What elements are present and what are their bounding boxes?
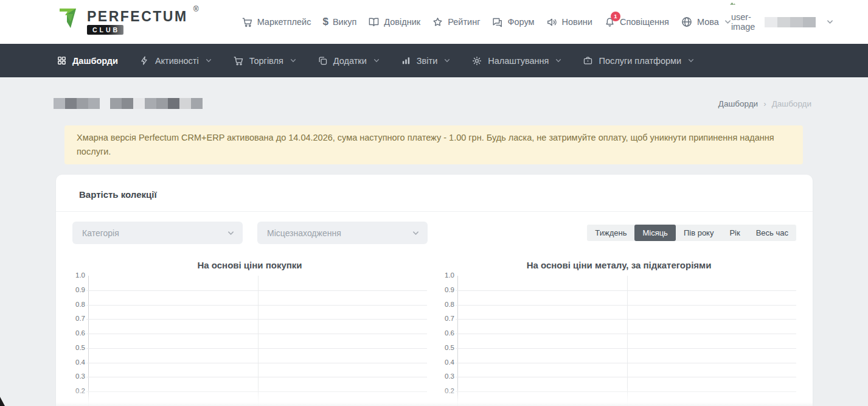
- nav-forum[interactable]: Форум: [491, 16, 534, 28]
- redacted-block-group: [54, 98, 100, 109]
- top-header: PERFECTUM ® CLUB Маркетплейс $ Викуп: [0, 0, 868, 44]
- user-menu[interactable]: user-image: [731, 12, 833, 32]
- gridline-horizontal: [456, 363, 796, 363]
- cursor-artifact: [0, 397, 5, 406]
- chevron-down-icon: [724, 19, 731, 24]
- nav-directory[interactable]: Довідник: [368, 16, 420, 28]
- logo-mark-icon: [58, 8, 81, 36]
- chevron-down-icon: [206, 58, 212, 63]
- logo-brand-text: PERFECTUM: [87, 9, 188, 24]
- y-tick-label: 0.8: [75, 301, 85, 309]
- plot-area: [457, 276, 796, 406]
- gridline-horizontal: [86, 334, 427, 334]
- period-button-week[interactable]: Тиждень: [587, 225, 634, 241]
- location-select[interactable]: Місцезнаходження: [257, 222, 428, 244]
- y-tick-label: 0.6: [445, 330, 454, 337]
- gridline-horizontal: [456, 377, 796, 377]
- chart-metal-price: На основі ціни металу, за підкатегоріями…: [442, 260, 796, 406]
- redacted-block: [179, 98, 191, 109]
- y-tick-label: 0.7: [445, 316, 454, 323]
- redacted-block: [790, 17, 803, 27]
- chevron-down-icon: [444, 58, 450, 63]
- chart-purchase-price: На основі ціни покупки 1.00.90.80.70.60.…: [72, 260, 427, 406]
- book-icon: [368, 16, 380, 28]
- period-button-year[interactable]: Рік: [721, 225, 748, 241]
- speaker-icon: [546, 16, 558, 28]
- period-button-halfyear[interactable]: Пів року: [676, 225, 722, 241]
- menu-label: Активності: [155, 56, 199, 66]
- redacted-block-group: [110, 98, 203, 109]
- period-toggle-group: Тиждень Місяць Пів року Рік Весь час: [587, 225, 796, 241]
- user-avatar: user-image: [731, 12, 755, 32]
- menu-item-settings[interactable]: Налаштування: [471, 55, 561, 66]
- breadcrumb-current: Дашборди: [772, 99, 811, 108]
- redacted-block: [803, 17, 816, 27]
- chart-area: 1.00.90.80.70.60.50.40.30.2: [72, 276, 427, 406]
- breadcrumb-parent-link[interactable]: Дашборди: [718, 99, 758, 108]
- menu-item-platform-services[interactable]: Послуги платформи: [583, 55, 694, 66]
- nav-marketplace[interactable]: Маркетплейс: [241, 16, 311, 28]
- license-warning-text: Хмарна версія Perfectum CRM+ERP активова…: [77, 133, 774, 156]
- chevron-down-icon: [373, 58, 380, 63]
- redacted-block: [133, 98, 145, 109]
- nav-buyout[interactable]: $ Викуп: [322, 16, 356, 28]
- menu-item-activities[interactable]: Активності: [139, 55, 212, 66]
- dashboard-grid-icon: [57, 55, 67, 66]
- y-tick-label: 0.4: [75, 359, 85, 366]
- chevron-down-icon: [827, 19, 833, 24]
- nav-notifications[interactable]: 1 Сповіщення: [604, 16, 669, 28]
- page-head: Дашборди › Дашборди: [54, 98, 811, 109]
- redacted-block: [145, 98, 156, 109]
- menu-item-trade[interactable]: Торгівля: [233, 55, 296, 66]
- globe-icon: [681, 16, 693, 28]
- y-tick-label: 0.9: [75, 287, 85, 294]
- registered-mark: ®: [193, 5, 199, 13]
- card-header: Вартість колекції: [56, 175, 813, 212]
- card-title: Вартість колекції: [79, 189, 790, 200]
- y-tick-label: 0.3: [75, 374, 85, 381]
- gridline-horizontal: [456, 391, 796, 392]
- bar-chart-icon: [401, 55, 411, 66]
- menu-item-dashboards[interactable]: Дашборди: [57, 55, 118, 66]
- redacted-block: [88, 98, 100, 109]
- menu-item-reports[interactable]: Звіти: [401, 55, 450, 66]
- period-button-month[interactable]: Місяць: [634, 225, 675, 241]
- perfectum-logo[interactable]: PERFECTUM ® CLUB: [58, 8, 198, 36]
- chevron-down-icon: [555, 58, 561, 63]
- y-axis-labels: 1.00.90.80.70.60.50.40.30.2: [442, 276, 457, 406]
- gridline-horizontal: [456, 348, 796, 349]
- y-tick-label: 0.5: [445, 345, 454, 352]
- y-tick-label: 0.2: [445, 388, 454, 395]
- gridline-vertical: [627, 276, 628, 406]
- y-tick-label: 0.5: [75, 345, 85, 352]
- redacted-block: [77, 98, 88, 109]
- gridline-horizontal: [456, 319, 796, 320]
- gridline-horizontal: [86, 290, 427, 291]
- nav-label: Викуп: [333, 17, 356, 27]
- redacted-block: [777, 17, 790, 27]
- period-button-alltime[interactable]: Весь час: [748, 225, 796, 241]
- nav-label: Сповіщення: [620, 17, 669, 27]
- redacted-block: [191, 98, 203, 109]
- logo-text: PERFECTUM ® CLUB: [87, 9, 198, 35]
- chevron-down-icon: [412, 231, 419, 236]
- menu-label: Додатки: [333, 56, 367, 66]
- gridline-horizontal: [86, 377, 427, 377]
- nav-label: Довідник: [384, 17, 420, 27]
- gridline-horizontal: [86, 391, 427, 392]
- gridline-horizontal: [86, 319, 427, 320]
- nav-news[interactable]: Новини: [546, 16, 592, 28]
- filters-row: Категорія Місцезнаходження Тиждень Місяц…: [72, 222, 796, 244]
- category-select[interactable]: Категорія: [72, 222, 243, 244]
- gridline-horizontal: [456, 305, 796, 306]
- location-select-placeholder: Місцезнаходження: [267, 228, 341, 238]
- user-name-redacted: [765, 17, 816, 27]
- menu-item-addons[interactable]: Додатки: [318, 55, 380, 66]
- nav-rating[interactable]: Рейтинг: [432, 16, 480, 28]
- nav-language[interactable]: Мова: [681, 16, 731, 28]
- gridline-horizontal: [86, 348, 427, 349]
- y-tick-label: 0.2: [75, 388, 85, 395]
- nav-label: Мова: [697, 17, 719, 27]
- y-tick-label: 1.0: [445, 272, 454, 279]
- redacted-block: [122, 98, 133, 109]
